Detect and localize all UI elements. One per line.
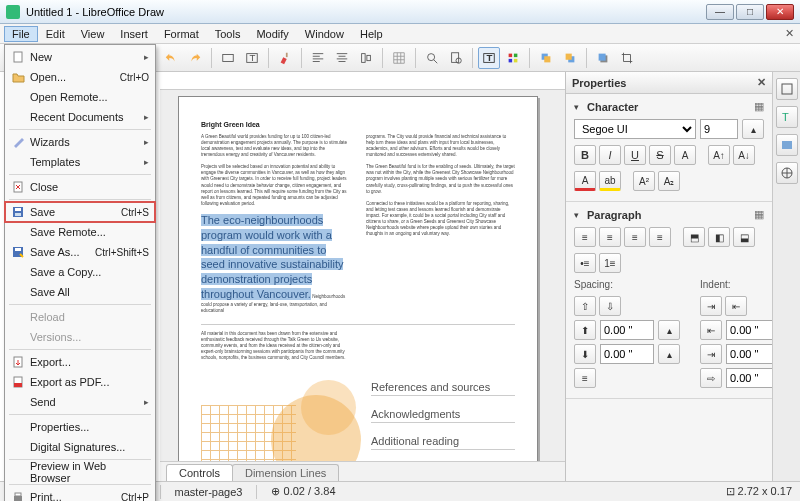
arrange-back-icon[interactable] [559, 47, 581, 69]
rect-icon[interactable] [217, 47, 239, 69]
font-color-icon[interactable]: A [574, 171, 596, 191]
menuitem-save[interactable]: SaveCtrl+S [5, 202, 155, 222]
menu-insert[interactable]: Insert [112, 26, 156, 42]
space-below-icon[interactable]: ⬇ [574, 344, 596, 364]
font-shrink-icon[interactable]: A↓ [733, 145, 755, 165]
menu-format[interactable]: Format [156, 26, 207, 42]
sidebar-styles-icon[interactable]: T [776, 106, 798, 128]
properties-close-icon[interactable]: ✕ [757, 76, 766, 89]
number-list-icon[interactable]: 1≡ [599, 253, 621, 273]
undo-icon[interactable] [160, 47, 182, 69]
canvas-area[interactable]: Bright Green Idea A Green Beautiful worl… [160, 90, 565, 481]
menuitem-export[interactable]: Export... [5, 352, 155, 372]
grid-icon[interactable] [388, 47, 410, 69]
font-size-input[interactable] [700, 119, 738, 139]
menuitem-save-as[interactable]: Save As...Ctrl+Shift+S [5, 242, 155, 262]
crop-icon[interactable] [616, 47, 638, 69]
align-justify-icon[interactable]: ≡ [649, 227, 671, 247]
menuitem-save-all[interactable]: Save All [5, 282, 155, 302]
underline-icon[interactable]: U [624, 145, 646, 165]
svg-rect-20 [599, 53, 606, 60]
shadow-icon[interactable] [592, 47, 614, 69]
shadow-text-icon[interactable]: A [674, 145, 696, 165]
menuitem-new[interactable]: New▸ [5, 47, 155, 67]
line-spacing-icon[interactable]: ≡ [574, 368, 596, 388]
brush-icon[interactable] [274, 47, 296, 69]
super-icon[interactable]: A² [633, 171, 655, 191]
chevron-down-icon[interactable]: ▾ [574, 102, 582, 112]
zoom-icon[interactable] [421, 47, 443, 69]
menu-tools[interactable]: Tools [207, 26, 249, 42]
minimize-button[interactable]: ― [706, 4, 734, 20]
zoom-page-icon[interactable] [445, 47, 467, 69]
tab-dimension-lines[interactable]: Dimension Lines [232, 464, 339, 481]
section-more-icon[interactable]: ▦ [754, 208, 764, 221]
indent-inc-icon[interactable]: ⇥ [700, 296, 722, 316]
menu-window[interactable]: Window [297, 26, 352, 42]
spin-icon[interactable]: ▴ [658, 320, 680, 340]
indent-first-icon[interactable]: ⇨ [700, 368, 722, 388]
chevron-down-icon[interactable]: ▾ [574, 210, 582, 220]
indent-dec-icon[interactable]: ⇤ [725, 296, 747, 316]
menuitem-export-as-pdf[interactable]: Export as PDF... [5, 372, 155, 392]
menuitem-open-remote[interactable]: Open Remote... [5, 87, 155, 107]
close-window-button[interactable]: ✕ [766, 4, 794, 20]
align-middle-icon[interactable] [355, 47, 377, 69]
indent-right-icon[interactable]: ⇥ [700, 344, 722, 364]
sidebar-properties-icon[interactable] [776, 78, 798, 100]
menu-edit[interactable]: Edit [38, 26, 73, 42]
italic-icon[interactable]: I [599, 145, 621, 165]
menu-view[interactable]: View [73, 26, 113, 42]
valign-bot-icon[interactable]: ⬓ [733, 227, 755, 247]
menu-file[interactable]: File [4, 26, 38, 42]
menuitem-preview-in-web-browser[interactable]: Preview in Web Browser [5, 462, 155, 482]
bullet-list-icon[interactable]: •≡ [574, 253, 596, 273]
tab-controls[interactable]: Controls [166, 464, 233, 481]
spacing-dec-icon[interactable]: ⇩ [599, 296, 621, 316]
menuitem-send[interactable]: Send▸ [5, 392, 155, 412]
bold-icon[interactable]: B [574, 145, 596, 165]
textbox-icon[interactable]: T [478, 47, 500, 69]
align-left-icon[interactable]: ≡ [574, 227, 596, 247]
menuitem-save-a-copy[interactable]: Save a Copy... [5, 262, 155, 282]
align-center-icon[interactable] [331, 47, 353, 69]
section-more-icon[interactable]: ▦ [754, 100, 764, 113]
menuitem-wizards[interactable]: Wizards▸ [5, 132, 155, 152]
spacing-inc-icon[interactable]: ⇧ [574, 296, 596, 316]
redo-icon[interactable] [184, 47, 206, 69]
menuitem-digital-signatures[interactable]: Digital Signatures... [5, 437, 155, 457]
maximize-button[interactable]: □ [736, 4, 764, 20]
highlight-color-icon[interactable]: ab [599, 171, 621, 191]
valign-top-icon[interactable]: ⬒ [683, 227, 705, 247]
text-icon[interactable]: T [241, 47, 263, 69]
doc-close-icon[interactable]: ✕ [785, 27, 794, 40]
spin-icon[interactable]: ▴ [658, 344, 680, 364]
font-grow-icon[interactable]: A↑ [708, 145, 730, 165]
sidebar-navigator-icon[interactable] [776, 162, 798, 184]
menuitem-versions: Versions... [5, 327, 155, 347]
align-right-icon[interactable]: ≡ [624, 227, 646, 247]
font-size-spinner[interactable]: ▴ [742, 119, 764, 139]
menuitem-templates[interactable]: Templates▸ [5, 152, 155, 172]
color-picker-icon[interactable] [502, 47, 524, 69]
align-left-icon[interactable] [307, 47, 329, 69]
menu-help[interactable]: Help [352, 26, 391, 42]
indent-left-icon[interactable]: ⇤ [700, 320, 722, 340]
menuitem-close[interactable]: Close [5, 177, 155, 197]
menuitem-open[interactable]: Open...Ctrl+O [5, 67, 155, 87]
align-center-icon[interactable]: ≡ [599, 227, 621, 247]
space-above-icon[interactable]: ⬆ [574, 320, 596, 340]
sidebar-gallery-icon[interactable] [776, 134, 798, 156]
space-above-input[interactable] [600, 320, 654, 340]
arrange-front-icon[interactable] [535, 47, 557, 69]
menuitem-recent-documents[interactable]: Recent Documents▸ [5, 107, 155, 127]
menu-modify[interactable]: Modify [248, 26, 296, 42]
font-name-select[interactable]: Segoe UI [574, 119, 696, 139]
space-below-input[interactable] [600, 344, 654, 364]
menuitem-save-remote[interactable]: Save Remote... [5, 222, 155, 242]
document-page[interactable]: Bright Green Idea A Green Beautiful worl… [178, 96, 538, 481]
menuitem-print[interactable]: Print...Ctrl+P [5, 487, 155, 501]
sub-icon[interactable]: A₂ [658, 171, 680, 191]
valign-mid-icon[interactable]: ◧ [708, 227, 730, 247]
menuitem-properties[interactable]: Properties... [5, 417, 155, 437]
